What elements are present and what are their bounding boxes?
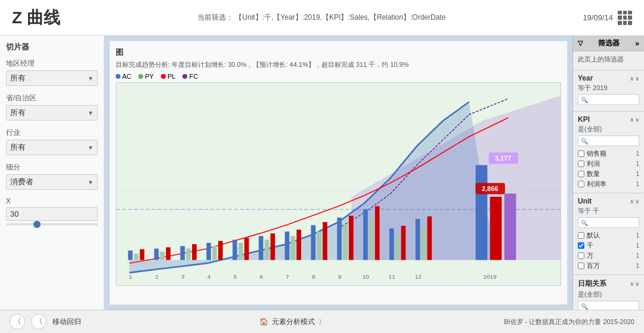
slicer-value-industry[interactable]: 所有 ▼ [6,140,98,155]
kpi-count-profit: 1 [636,161,639,167]
slicer-value-x[interactable]: 30 [6,207,98,221]
grid-cell-4 [618,16,622,20]
svg-rect-8 [154,249,159,260]
svg-rect-10 [166,247,171,260]
year-chevrons: ∧ ∨ [630,75,639,82]
svg-rect-21 [265,240,270,260]
svg-text:12: 12 [415,274,422,280]
filter-label: 当前筛选： [197,13,233,21]
filter-info: 当前筛选： 【Unit】:千,【Year】:2019,【KPI】:Sales,【… [197,13,445,23]
legend-fc: FC [182,73,198,80]
unit-checkbox-default[interactable] [578,232,584,239]
kpi-checkbox-sales[interactable] [578,150,584,157]
slicer-value-province[interactable]: 所有 ▼ [6,105,98,121]
slicer-label-x: X [6,197,98,205]
slicer-slider-x[interactable] [6,223,98,226]
footer-center[interactable]: 🏠 元素分析模式 〉 [259,317,326,327]
footer-left: 〈 〈 移动回归 [10,314,81,329]
slicer-province: 省/自治区 所有 ▼ [6,93,98,121]
mode-label: 元素分析模式 [272,317,315,327]
unit-item-thousand: 千 1 [578,240,639,251]
legend-pl: PL [161,73,175,80]
expand-icon[interactable]: » [635,39,639,48]
legend-ac: AC [116,73,131,80]
kpi-label-profitrate: 利润率 [587,180,606,189]
svg-rect-35 [389,229,394,260]
page-title: Z 曲线 [12,7,60,29]
chevron-down-icon-unit[interactable]: ∨ [635,198,639,205]
kpi-search-input[interactable] [578,135,639,146]
filter-section-year: Year ∧ ∨ 等于 2019 [573,70,644,112]
svg-text:5: 5 [234,274,237,280]
slicer-x: X 30 [6,197,98,226]
filter-unit-header: Unit ∧ ∨ [578,197,639,205]
slicer-value-region[interactable]: 所有 ▼ [6,70,98,86]
svg-rect-27 [317,232,321,260]
kpi-checkbox-profit[interactable] [578,161,584,167]
slicer-segment-text: 消费者 [10,177,33,187]
filter-icon: ▽ [578,39,583,47]
kpi-checkbox-quantity[interactable] [578,171,584,177]
daterel-value-label: 是(全部) [578,290,639,299]
kpi-item-profit: 利润 1 [578,159,639,169]
unit-checkbox-tenthousand[interactable] [578,252,584,259]
unit-checkbox-thousand[interactable] [578,242,584,249]
main-area: 切片器 地区经理 所有 ▼ 省/自治区 所有 ▼ 行业 所有 ▼ 细分 [0,36,644,310]
unit-label-tenthousand: 万 [587,251,593,260]
home-icon[interactable]: 🏠 [259,317,268,326]
right-panel-header: ▽ 筛选器 » [573,36,644,51]
svg-text:2: 2 [155,274,158,280]
year-search-input[interactable] [578,94,639,105]
filter-section-kpi: KPI ∧ ∨ 是(全部) 销售额 1 利润 1 [573,112,644,193]
unit-checkbox-million[interactable] [578,263,584,269]
filter-year-header: Year ∧ ∨ [578,74,639,82]
svg-rect-15 [212,246,217,260]
slicer-x-text: 30 [10,209,18,218]
legend-dot-ac [116,74,120,79]
svg-rect-9 [160,252,165,260]
chevron-up-icon-kpi[interactable]: ∧ [630,116,634,123]
footer-brand: BI佐罗 - 让数据真正成为你的力量 2015-2020 [504,317,634,326]
unit-search-input[interactable] [578,217,639,228]
svg-rect-31 [349,215,354,260]
svg-rect-18 [239,243,243,260]
grid-cell-5 [623,16,627,20]
slider-thumb-x[interactable] [33,221,41,228]
svg-rect-39 [422,227,426,260]
slicer-value-segment[interactable]: 消费者 ▼ [6,174,98,190]
unit-item-default: 默认 1 [578,230,639,240]
svg-rect-37 [401,226,406,260]
svg-text:9: 9 [338,274,341,280]
filter-page-label-section: 此页上的筛选器 [573,51,644,70]
chevron-up-icon[interactable]: ∧ [630,75,634,82]
chart-analysis-text: 目标完成趋势分析: 年度目标计划增长: 30.0%，【预计增长: 44.1%】，… [116,60,561,69]
svg-rect-33 [369,218,374,260]
daterel-search-input[interactable] [578,301,639,310]
kpi-checkbox-profitrate[interactable] [578,181,584,187]
legend-dot-fc [182,74,187,79]
sidebar: 切片器 地区经理 所有 ▼ 省/自治区 所有 ▼ 行业 所有 ▼ 细分 [0,36,104,310]
chart-container[interactable]: 3,177 2,866 1 2 3 4 5 6 7 8 9 10 11 12 2… [116,82,561,286]
svg-rect-16 [218,241,223,260]
chevron-down-icon-year[interactable]: ∨ [635,75,639,82]
back-arrow-button[interactable]: 〈 [10,314,25,329]
kpi-checkbox-quantity-left: 数量 [578,169,600,178]
chevron-down-icon-3: ▼ [88,144,94,151]
unit-item-tenthousand: 万 1 [578,251,639,261]
filter-daterel-header: 日期关系 ∧ ∨ [578,279,639,289]
svg-rect-24 [291,236,296,260]
svg-rect-30 [343,225,348,260]
kpi-chevrons: ∧ ∨ [630,116,639,123]
chevron-up-icon-unit[interactable]: ∧ [630,198,634,205]
grid-cell-3 [628,11,632,15]
chevron-up-icon-daterel[interactable]: ∧ [630,280,634,287]
svg-text:2,866: 2,866 [482,185,498,192]
grid-icon[interactable] [618,11,632,25]
kpi-item-quantity: 数量 1 [578,169,639,179]
svg-rect-19 [244,238,249,260]
forward-arrow-button[interactable]: 〈 [31,314,47,329]
chevron-down-icon-kpi[interactable]: ∨ [635,116,639,123]
filter-kpi-name: KPI [578,115,590,124]
chevron-down-icon-daterel[interactable]: ∨ [635,280,639,287]
legend-label-pl: PL [168,73,175,80]
